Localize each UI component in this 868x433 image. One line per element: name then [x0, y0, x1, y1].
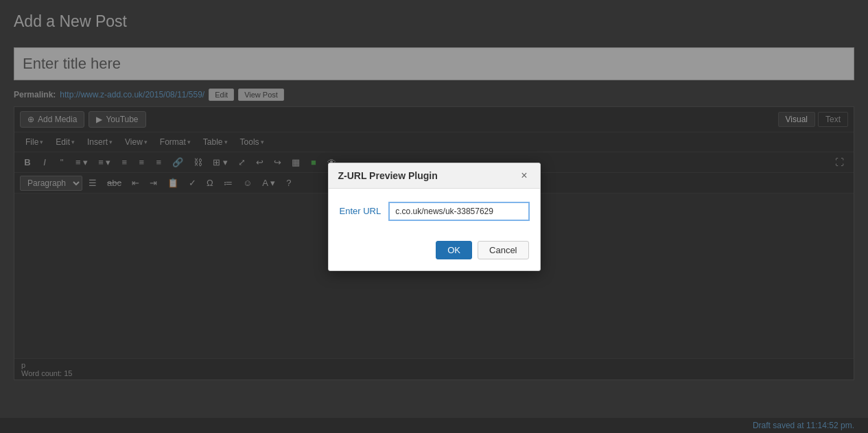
- modal-header: Z-URL Preview Plugin ×: [329, 163, 540, 189]
- modal-body: Enter URL: [329, 189, 540, 234]
- modal-url-input[interactable]: [389, 202, 528, 220]
- page-wrapper: Add a New Post Permalink: http://www.z-a…: [0, 0, 868, 433]
- modal-ok-button[interactable]: OK: [436, 241, 472, 259]
- modal-close-button[interactable]: ×: [518, 170, 530, 181]
- modal-cancel-button[interactable]: Cancel: [478, 241, 528, 259]
- modal-url-label: Enter URL: [340, 206, 382, 216]
- modal-footer: OK Cancel: [329, 234, 540, 270]
- modal-overlay: Z-URL Preview Plugin × Enter URL OK Canc…: [0, 0, 868, 433]
- modal-title: Z-URL Preview Plugin: [338, 170, 438, 181]
- modal-dialog: Z-URL Preview Plugin × Enter URL OK Canc…: [328, 163, 541, 271]
